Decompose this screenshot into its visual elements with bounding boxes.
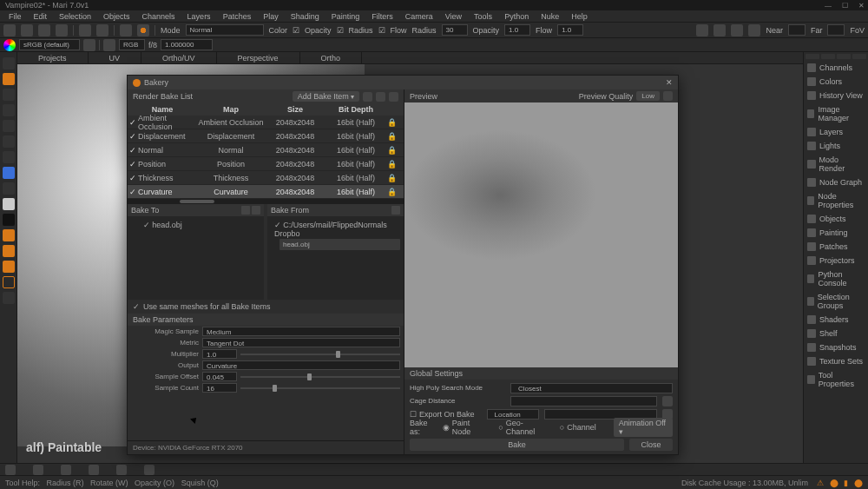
- tool-a-icon[interactable]: [3, 229, 15, 241]
- sample-count-slider[interactable]: [240, 387, 400, 389]
- menu-help[interactable]: Help: [566, 12, 593, 21]
- palette-icon[interactable]: [120, 24, 132, 36]
- menu-layers[interactable]: Layers: [182, 12, 216, 21]
- sample-count-input[interactable]: 16: [202, 383, 237, 393]
- panel-history[interactable]: History View: [804, 89, 868, 102]
- flow-check[interactable]: ☑: [378, 26, 385, 35]
- col-name[interactable]: Name: [128, 105, 197, 114]
- radius-check[interactable]: ☑: [337, 26, 344, 35]
- sample-offset-slider[interactable]: [240, 376, 400, 378]
- select-tool-icon[interactable]: [3, 57, 15, 69]
- status-rec-icon[interactable]: ⬤: [854, 479, 863, 487]
- light-icon[interactable]: [731, 24, 743, 36]
- bake-from-file[interactable]: head.obj: [279, 239, 400, 250]
- opacity-check[interactable]: ☑: [293, 26, 299, 35]
- window-close-icon[interactable]: ✕: [858, 2, 865, 10]
- status-icon-4[interactable]: [89, 465, 99, 475]
- menu-edit[interactable]: Edit: [29, 12, 53, 21]
- menu-painting[interactable]: Painting: [326, 12, 365, 21]
- row-check[interactable]: ✓: [128, 118, 138, 127]
- bake-to-expand-icon[interactable]: [252, 206, 260, 215]
- preview-refresh-icon[interactable]: [663, 91, 673, 101]
- add-bake-button[interactable]: Add Bake Item ▾: [293, 91, 359, 102]
- tool-c-icon[interactable]: [3, 261, 15, 273]
- bake-to-file[interactable]: head.obj: [152, 221, 182, 229]
- table-row[interactable]: ✓Ambient OcclusionAmbient Occlusion2048x…: [128, 116, 404, 129]
- status-icon-3[interactable]: [61, 465, 71, 475]
- fg-color-swatch[interactable]: [3, 198, 15, 210]
- table-row[interactable]: ✓DisplacementDisplacement2048x204816bit …: [128, 129, 404, 143]
- output-dropdown[interactable]: Curvature: [202, 360, 400, 370]
- mode-dropdown[interactable]: Normal: [186, 24, 264, 36]
- status-icon-2[interactable]: [33, 465, 43, 475]
- preview-quality-dropdown[interactable]: Low: [636, 91, 660, 101]
- menu-selection[interactable]: Selection: [54, 12, 96, 21]
- lock-icon[interactable]: 🔒: [386, 188, 397, 196]
- menu-tools[interactable]: Tools: [469, 12, 497, 21]
- redo-icon[interactable]: [96, 24, 108, 36]
- target-icon[interactable]: [137, 24, 149, 36]
- move-tool-icon[interactable]: [3, 89, 15, 101]
- lock-icon[interactable]: 🔒: [386, 160, 397, 169]
- color-profile-dropdown[interactable]: sRGB (default): [19, 39, 80, 50]
- opacity2-input[interactable]: 1.0: [504, 24, 530, 36]
- multiplier-slider[interactable]: [240, 354, 400, 355]
- panel-textures[interactable]: Texture Sets: [804, 354, 868, 368]
- menu-objects[interactable]: Objects: [98, 12, 135, 21]
- radius2-input[interactable]: 30: [442, 24, 468, 36]
- use-same-check[interactable]: ✓: [133, 302, 140, 311]
- panel-patches[interactable]: Patches: [804, 240, 868, 254]
- magic-sample-dropdown[interactable]: Medium: [202, 327, 400, 336]
- panel-projectors[interactable]: Projectors: [804, 254, 868, 268]
- fill-tool-icon[interactable]: [3, 167, 15, 179]
- new-icon[interactable]: [3, 24, 16, 36]
- close-button[interactable]: Close: [629, 439, 673, 451]
- row-check[interactable]: ✓: [128, 160, 138, 169]
- tab-ortho[interactable]: Ortho: [300, 52, 363, 63]
- gradient-tool-icon[interactable]: [3, 182, 15, 195]
- menu-patches[interactable]: Patches: [218, 12, 257, 21]
- search-mode-dropdown[interactable]: Closest: [510, 383, 673, 393]
- tool-d-icon[interactable]: [3, 276, 15, 288]
- undo-icon[interactable]: [79, 24, 91, 36]
- save-icon[interactable]: [38, 24, 50, 36]
- table-row[interactable]: ✓PositionPosition2048x204816bit (Half)🔒: [128, 157, 404, 171]
- menu-camera[interactable]: Camera: [400, 12, 438, 21]
- clone-tool-icon[interactable]: [3, 120, 15, 132]
- channel-radio[interactable]: ○: [560, 423, 564, 432]
- preset-icon[interactable]: [713, 24, 726, 36]
- panel-selection[interactable]: Selection Groups: [804, 290, 868, 313]
- col-map[interactable]: Map: [197, 105, 265, 114]
- copy-icon[interactable]: [376, 92, 385, 102]
- color-refresh-icon[interactable]: [83, 39, 95, 51]
- panel-snapshots[interactable]: Snapshots: [804, 340, 868, 354]
- col-depth[interactable]: Bit Depth: [326, 105, 386, 114]
- menu-file[interactable]: File: [3, 12, 27, 21]
- open-icon[interactable]: [21, 24, 33, 36]
- animation-dropdown[interactable]: Animation Off ▾: [614, 418, 673, 437]
- status-icon-1[interactable]: [5, 465, 16, 475]
- bake-to-tree[interactable]: ✓ head.obj: [128, 216, 264, 300]
- fstop-value[interactable]: 1.000000: [161, 39, 213, 50]
- lock-icon[interactable]: 🔒: [386, 174, 397, 182]
- row-check[interactable]: ✓: [128, 132, 138, 141]
- preview-viewport[interactable]: [404, 102, 678, 367]
- col-size[interactable]: Size: [265, 105, 326, 114]
- pencil-tool-icon[interactable]: [3, 151, 15, 163]
- row-check[interactable]: ✓: [128, 188, 138, 196]
- row-check[interactable]: ✓: [128, 174, 138, 182]
- panel-shelf[interactable]: Shelf: [804, 327, 868, 340]
- row-check[interactable]: ✓: [128, 146, 138, 155]
- table-row[interactable]: ✓ThicknessThickness2048x204816bit (Half)…: [128, 171, 404, 185]
- tab-uv[interactable]: UV: [89, 52, 142, 63]
- table-row[interactable]: ✓NormalNormal2048x204816bit (Half)🔒: [128, 143, 404, 157]
- mesh-check[interactable]: ✓: [143, 221, 150, 229]
- panel-shaders[interactable]: Shaders: [804, 313, 868, 327]
- panel-painting[interactable]: Painting: [804, 226, 868, 240]
- panel-objects[interactable]: Objects: [804, 212, 868, 226]
- panel-python[interactable]: Python Console: [804, 268, 868, 290]
- bake-from-path[interactable]: C:/Users/mail/FlippedNormals Dropbo: [274, 221, 387, 238]
- tool-e-icon[interactable]: [3, 292, 15, 304]
- blur-tool-icon[interactable]: [3, 135, 15, 148]
- tool-b-icon[interactable]: [3, 245, 15, 257]
